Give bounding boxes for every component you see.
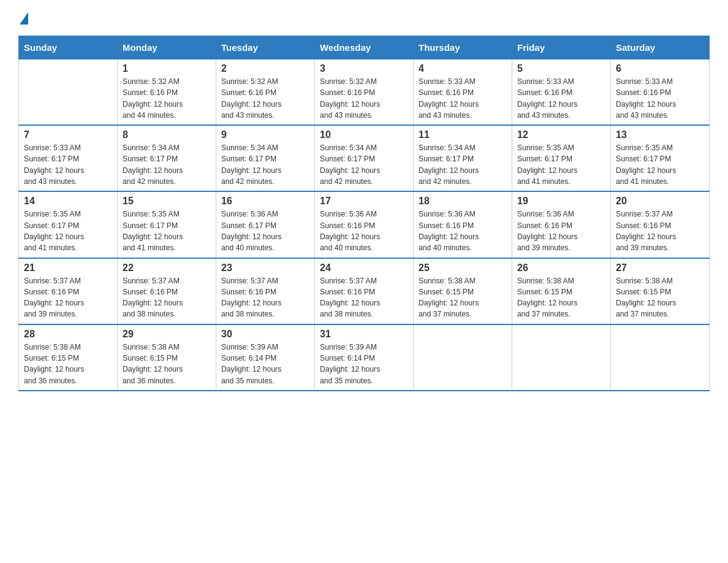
calendar-cell xyxy=(512,324,611,391)
calendar-table: SundayMondayTuesdayWednesdayThursdayFrid… xyxy=(18,36,710,391)
day-info: Sunrise: 5:36 AM Sunset: 6:16 PM Dayligh… xyxy=(517,209,605,253)
day-info: Sunrise: 5:36 AM Sunset: 6:16 PM Dayligh… xyxy=(320,209,408,253)
day-info: Sunrise: 5:34 AM Sunset: 6:17 PM Dayligh… xyxy=(419,142,507,187)
weekday-header-row: SundayMondayTuesdayWednesdayThursdayFrid… xyxy=(19,36,710,59)
day-number: 9 xyxy=(221,129,309,140)
day-info: Sunrise: 5:36 AM Sunset: 6:16 PM Dayligh… xyxy=(419,209,507,253)
calendar-header: SundayMondayTuesdayWednesdayThursdayFrid… xyxy=(19,36,710,59)
day-info: Sunrise: 5:35 AM Sunset: 6:17 PM Dayligh… xyxy=(24,209,112,253)
calendar-week-row: 7Sunrise: 5:33 AM Sunset: 6:17 PM Daylig… xyxy=(19,125,710,191)
calendar-cell xyxy=(611,324,710,391)
day-info: Sunrise: 5:38 AM Sunset: 6:15 PM Dayligh… xyxy=(517,275,605,320)
calendar-cell: 1Sunrise: 5:32 AM Sunset: 6:16 PM Daylig… xyxy=(118,59,216,126)
day-number: 30 xyxy=(221,329,309,340)
day-number: 2 xyxy=(221,63,309,74)
day-number: 25 xyxy=(419,262,507,274)
day-info: Sunrise: 5:34 AM Sunset: 6:17 PM Dayligh… xyxy=(221,142,309,187)
day-number: 14 xyxy=(24,196,112,207)
day-number: 20 xyxy=(616,196,704,207)
day-number: 29 xyxy=(123,329,211,340)
calendar-body: 1Sunrise: 5:32 AM Sunset: 6:16 PM Daylig… xyxy=(19,59,710,391)
calendar-cell: 29Sunrise: 5:38 AM Sunset: 6:15 PM Dayli… xyxy=(118,324,216,391)
day-info: Sunrise: 5:36 AM Sunset: 6:17 PM Dayligh… xyxy=(221,209,309,253)
day-info: Sunrise: 5:38 AM Sunset: 6:15 PM Dayligh… xyxy=(24,342,112,386)
weekday-header-thursday: Thursday xyxy=(414,36,512,59)
day-number: 21 xyxy=(24,262,112,274)
logo xyxy=(18,12,28,23)
calendar-cell: 30Sunrise: 5:39 AM Sunset: 6:14 PM Dayli… xyxy=(216,324,315,391)
day-number: 17 xyxy=(320,196,408,207)
day-number: 12 xyxy=(517,129,605,140)
calendar-cell: 14Sunrise: 5:35 AM Sunset: 6:17 PM Dayli… xyxy=(19,191,118,258)
day-info: Sunrise: 5:35 AM Sunset: 6:17 PM Dayligh… xyxy=(616,142,704,187)
calendar-cell: 21Sunrise: 5:37 AM Sunset: 6:16 PM Dayli… xyxy=(19,258,118,324)
day-number: 11 xyxy=(419,129,507,140)
calendar-cell: 5Sunrise: 5:33 AM Sunset: 6:16 PM Daylig… xyxy=(512,59,611,126)
calendar-cell: 8Sunrise: 5:34 AM Sunset: 6:17 PM Daylig… xyxy=(118,125,216,191)
calendar-cell: 13Sunrise: 5:35 AM Sunset: 6:17 PM Dayli… xyxy=(611,125,710,191)
calendar-cell: 27Sunrise: 5:38 AM Sunset: 6:15 PM Dayli… xyxy=(611,258,710,324)
day-info: Sunrise: 5:34 AM Sunset: 6:17 PM Dayligh… xyxy=(123,142,211,187)
day-number: 7 xyxy=(24,129,112,140)
calendar-week-row: 1Sunrise: 5:32 AM Sunset: 6:16 PM Daylig… xyxy=(19,59,710,126)
weekday-header-wednesday: Wednesday xyxy=(315,36,414,59)
day-info: Sunrise: 5:34 AM Sunset: 6:17 PM Dayligh… xyxy=(320,142,408,187)
calendar-cell: 25Sunrise: 5:38 AM Sunset: 6:15 PM Dayli… xyxy=(414,258,512,324)
day-info: Sunrise: 5:38 AM Sunset: 6:15 PM Dayligh… xyxy=(616,275,704,320)
day-number: 31 xyxy=(320,329,408,340)
calendar-cell: 31Sunrise: 5:39 AM Sunset: 6:14 PM Dayli… xyxy=(315,324,414,391)
day-number: 16 xyxy=(221,196,309,207)
calendar-cell xyxy=(414,324,512,391)
weekday-header-sunday: Sunday xyxy=(19,36,118,59)
day-number: 19 xyxy=(517,196,605,207)
calendar-cell: 2Sunrise: 5:32 AM Sunset: 6:16 PM Daylig… xyxy=(216,59,315,126)
day-info: Sunrise: 5:37 AM Sunset: 6:16 PM Dayligh… xyxy=(24,275,112,320)
page-header xyxy=(18,12,710,23)
day-info: Sunrise: 5:33 AM Sunset: 6:17 PM Dayligh… xyxy=(24,142,112,187)
day-number: 13 xyxy=(616,129,704,140)
day-info: Sunrise: 5:32 AM Sunset: 6:16 PM Dayligh… xyxy=(221,76,309,121)
weekday-header-friday: Friday xyxy=(512,36,611,59)
day-number: 6 xyxy=(616,63,704,74)
day-info: Sunrise: 5:37 AM Sunset: 6:16 PM Dayligh… xyxy=(320,275,408,320)
day-number: 23 xyxy=(221,262,309,274)
calendar-cell xyxy=(19,59,118,126)
day-info: Sunrise: 5:38 AM Sunset: 6:15 PM Dayligh… xyxy=(123,342,211,386)
day-info: Sunrise: 5:35 AM Sunset: 6:17 PM Dayligh… xyxy=(517,142,605,187)
calendar-cell: 4Sunrise: 5:33 AM Sunset: 6:16 PM Daylig… xyxy=(414,59,512,126)
calendar-cell: 11Sunrise: 5:34 AM Sunset: 6:17 PM Dayli… xyxy=(414,125,512,191)
day-number: 15 xyxy=(123,196,211,207)
day-info: Sunrise: 5:39 AM Sunset: 6:14 PM Dayligh… xyxy=(221,342,309,386)
day-number: 18 xyxy=(419,196,507,207)
calendar-cell: 7Sunrise: 5:33 AM Sunset: 6:17 PM Daylig… xyxy=(19,125,118,191)
calendar-cell: 28Sunrise: 5:38 AM Sunset: 6:15 PM Dayli… xyxy=(19,324,118,391)
day-number: 10 xyxy=(320,129,408,140)
day-info: Sunrise: 5:38 AM Sunset: 6:15 PM Dayligh… xyxy=(419,275,507,320)
day-number: 27 xyxy=(616,262,704,274)
calendar-week-row: 21Sunrise: 5:37 AM Sunset: 6:16 PM Dayli… xyxy=(19,258,710,324)
day-number: 26 xyxy=(517,262,605,274)
calendar-week-row: 28Sunrise: 5:38 AM Sunset: 6:15 PM Dayli… xyxy=(19,324,710,391)
calendar-cell: 22Sunrise: 5:37 AM Sunset: 6:16 PM Dayli… xyxy=(118,258,216,324)
day-number: 24 xyxy=(320,262,408,274)
calendar-cell: 6Sunrise: 5:33 AM Sunset: 6:16 PM Daylig… xyxy=(611,59,710,126)
logo-triangle-icon xyxy=(20,12,28,25)
calendar-cell: 20Sunrise: 5:37 AM Sunset: 6:16 PM Dayli… xyxy=(611,191,710,258)
calendar-cell: 9Sunrise: 5:34 AM Sunset: 6:17 PM Daylig… xyxy=(216,125,315,191)
day-info: Sunrise: 5:33 AM Sunset: 6:16 PM Dayligh… xyxy=(517,76,605,121)
weekday-header-monday: Monday xyxy=(118,36,216,59)
calendar-cell: 17Sunrise: 5:36 AM Sunset: 6:16 PM Dayli… xyxy=(315,191,414,258)
day-number: 22 xyxy=(123,262,211,274)
day-number: 4 xyxy=(419,63,507,74)
weekday-header-tuesday: Tuesday xyxy=(216,36,315,59)
day-number: 8 xyxy=(123,129,211,140)
day-info: Sunrise: 5:39 AM Sunset: 6:14 PM Dayligh… xyxy=(320,342,408,386)
day-info: Sunrise: 5:37 AM Sunset: 6:16 PM Dayligh… xyxy=(616,209,704,253)
day-number: 3 xyxy=(320,63,408,74)
day-info: Sunrise: 5:35 AM Sunset: 6:17 PM Dayligh… xyxy=(123,209,211,253)
calendar-cell: 10Sunrise: 5:34 AM Sunset: 6:17 PM Dayli… xyxy=(315,125,414,191)
day-info: Sunrise: 5:32 AM Sunset: 6:16 PM Dayligh… xyxy=(123,76,211,121)
calendar-cell: 18Sunrise: 5:36 AM Sunset: 6:16 PM Dayli… xyxy=(414,191,512,258)
day-number: 1 xyxy=(123,63,211,74)
day-info: Sunrise: 5:32 AM Sunset: 6:16 PM Dayligh… xyxy=(320,76,408,121)
